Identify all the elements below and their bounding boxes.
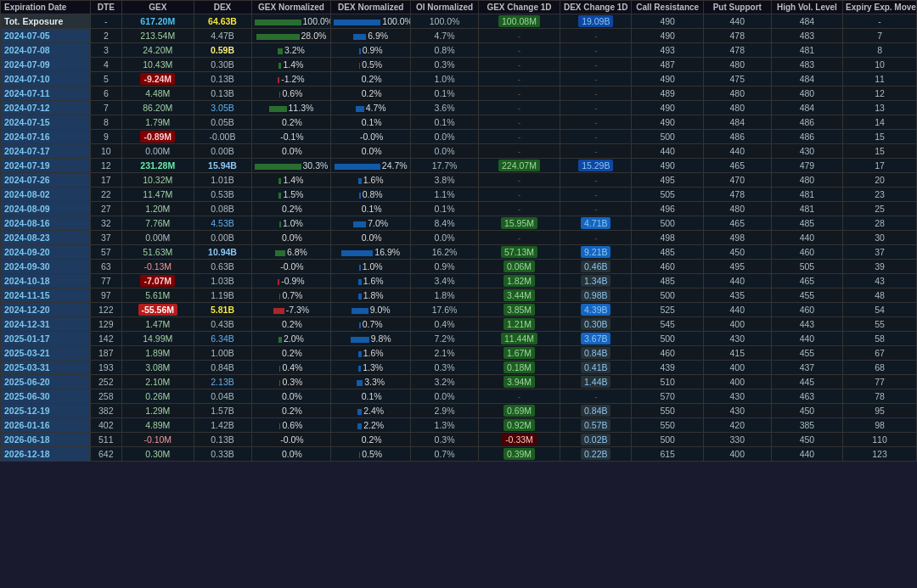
high-vol-cell: 455 bbox=[771, 288, 842, 303]
dte-cell: 5 bbox=[90, 72, 122, 87]
dex-change-cell: - bbox=[560, 144, 632, 159]
dex-norm-cell: 1.0% bbox=[331, 260, 411, 274]
dex-change-cell: 15.29B bbox=[560, 159, 632, 173]
col-header-dex: DEX bbox=[194, 1, 251, 14]
dex-change-cell: 0.84B bbox=[560, 404, 632, 418]
dex-change-cell: 1.44B bbox=[560, 375, 632, 389]
gex-cell: 1.29M bbox=[122, 404, 194, 418]
gex-norm-cell: 3.2% bbox=[251, 43, 331, 58]
call-resistance-cell: 500 bbox=[632, 130, 703, 144]
table-row: 2024-07-052213.54M4.47B28.0%6.9%4.7%--49… bbox=[1, 29, 917, 43]
expiration-date-cell: 2025-12-19 bbox=[1, 404, 91, 418]
call-resistance-cell: 493 bbox=[632, 43, 703, 58]
gex-norm-cell: 1.4% bbox=[251, 173, 331, 188]
dte-cell: 511 bbox=[90, 433, 122, 447]
gex-cell: 10.32M bbox=[122, 173, 194, 188]
col-header-dex-norm: DEX Normalized bbox=[331, 1, 411, 14]
dex-change-cell: - bbox=[560, 173, 632, 188]
gex-cell: -7.07M bbox=[122, 274, 194, 288]
table-row: 2024-07-1164.48M0.13B0.6%0.2%0.1%--48948… bbox=[1, 87, 917, 101]
dte-cell: 12 bbox=[90, 159, 122, 173]
dex-norm-cell: 4.7% bbox=[331, 101, 411, 115]
gex-cell: 3.08M bbox=[122, 361, 194, 375]
dex-change-cell: - bbox=[560, 115, 632, 130]
high-vol-cell: 505 bbox=[771, 260, 842, 274]
dex-change-cell: 0.02B bbox=[560, 433, 632, 447]
gex-norm-cell: 0.3% bbox=[251, 375, 331, 389]
gex-cell: 1.79M bbox=[122, 115, 194, 130]
dex-cell: 3.05B bbox=[194, 101, 251, 115]
dte-cell: 4 bbox=[90, 58, 122, 72]
high-vol-cell: 484 bbox=[771, 72, 842, 87]
table-row: 2024-07-12786.20M3.05B11.3%4.7%3.6%--490… bbox=[1, 101, 917, 115]
gex-change-cell: - bbox=[478, 389, 560, 404]
dex-change-cell: 0.22B bbox=[560, 447, 632, 462]
gex-change-cell: 0.18M bbox=[478, 361, 560, 375]
expiration-date-cell: 2024-09-30 bbox=[1, 260, 91, 274]
dex-change-cell: - bbox=[560, 202, 632, 216]
dex-change-cell: - bbox=[560, 231, 632, 245]
dex-norm-cell: 100.0% bbox=[331, 14, 411, 29]
gex-cell: 51.63M bbox=[122, 245, 194, 260]
dex-change-cell: 0.46B bbox=[560, 260, 632, 274]
gex-change-cell: - bbox=[478, 188, 560, 202]
table-row: 2026-01-164024.89M1.42B0.6%2.2%1.3%0.92M… bbox=[1, 418, 917, 433]
table-row: 2024-07-08324.20M0.59B3.2%0.9%0.8%--4934… bbox=[1, 43, 917, 58]
call-resistance-cell: 490 bbox=[632, 115, 703, 130]
expiry-move-cell: 58 bbox=[843, 332, 917, 346]
dex-cell: 0.59B bbox=[194, 43, 251, 58]
high-vol-cell: 481 bbox=[771, 188, 842, 202]
gex-change-cell: 0.39M bbox=[478, 447, 560, 462]
dte-cell: 97 bbox=[90, 288, 122, 303]
expiry-move-cell: 12 bbox=[843, 87, 917, 101]
expiry-move-cell: 110 bbox=[843, 433, 917, 447]
dex-norm-cell: 0.0% bbox=[331, 144, 411, 159]
dex-norm-cell: 1.6% bbox=[331, 173, 411, 188]
table-row: 2025-01-1714214.99M6.34B2.0%9.8%7.2%11.4… bbox=[1, 332, 917, 346]
put-support-cell: 478 bbox=[703, 188, 771, 202]
dex-cell: 4.47B bbox=[194, 29, 251, 43]
expiry-move-cell: 23 bbox=[843, 188, 917, 202]
oi-norm-cell: 7.2% bbox=[411, 332, 479, 346]
dte-cell: 258 bbox=[90, 389, 122, 404]
oi-norm-cell: 0.0% bbox=[411, 144, 479, 159]
put-support-cell: 420 bbox=[703, 418, 771, 433]
call-resistance-cell: 505 bbox=[632, 188, 703, 202]
expiry-move-cell: 15 bbox=[843, 144, 917, 159]
gex-cell: 0.00M bbox=[122, 144, 194, 159]
call-resistance-cell: 550 bbox=[632, 404, 703, 418]
expiration-date-cell: 2024-11-15 bbox=[1, 288, 91, 303]
gex-cell: 213.54M bbox=[122, 29, 194, 43]
oi-norm-cell: 0.3% bbox=[411, 58, 479, 72]
options-data-table: Expiration Date DTE GEX DEX GEX Normaliz… bbox=[0, 0, 917, 462]
table-row: 2025-03-211871.89M1.00B0.2%1.6%2.1%1.67M… bbox=[1, 346, 917, 361]
expiration-date-cell: 2025-03-31 bbox=[1, 361, 91, 375]
expiry-move-cell: 78 bbox=[843, 389, 917, 404]
col-header-oi-norm: OI Normalized bbox=[411, 1, 479, 14]
put-support-cell: 400 bbox=[703, 317, 771, 332]
put-support-cell: 480 bbox=[703, 202, 771, 216]
call-resistance-cell: 490 bbox=[632, 101, 703, 115]
gex-change-cell: 224.07M bbox=[478, 159, 560, 173]
dex-cell: 2.13B bbox=[194, 375, 251, 389]
call-resistance-cell: 490 bbox=[632, 72, 703, 87]
gex-change-cell: 3.44M bbox=[478, 288, 560, 303]
gex-cell: 1.89M bbox=[122, 346, 194, 361]
gex-cell: 0.30M bbox=[122, 447, 194, 462]
dex-cell: 0.04B bbox=[194, 389, 251, 404]
gex-change-cell: - bbox=[478, 87, 560, 101]
dex-norm-cell: -0.0% bbox=[331, 130, 411, 144]
dex-change-cell: 0.30B bbox=[560, 317, 632, 332]
call-resistance-cell: 570 bbox=[632, 389, 703, 404]
gex-cell: 24.20M bbox=[122, 43, 194, 58]
oi-norm-cell: 0.1% bbox=[411, 115, 479, 130]
put-support-cell: 480 bbox=[703, 58, 771, 72]
oi-norm-cell: 0.1% bbox=[411, 202, 479, 216]
call-resistance-cell: 489 bbox=[632, 87, 703, 101]
gex-change-cell: 57.13M bbox=[478, 245, 560, 260]
call-resistance-cell: 460 bbox=[632, 260, 703, 274]
gex-cell: 86.20M bbox=[122, 101, 194, 115]
expiry-move-cell: 20 bbox=[843, 173, 917, 188]
table-row: 2024-08-09271.20M0.08B0.2%0.1%0.1%--4964… bbox=[1, 202, 917, 216]
gex-norm-cell: -0.0% bbox=[251, 260, 331, 274]
